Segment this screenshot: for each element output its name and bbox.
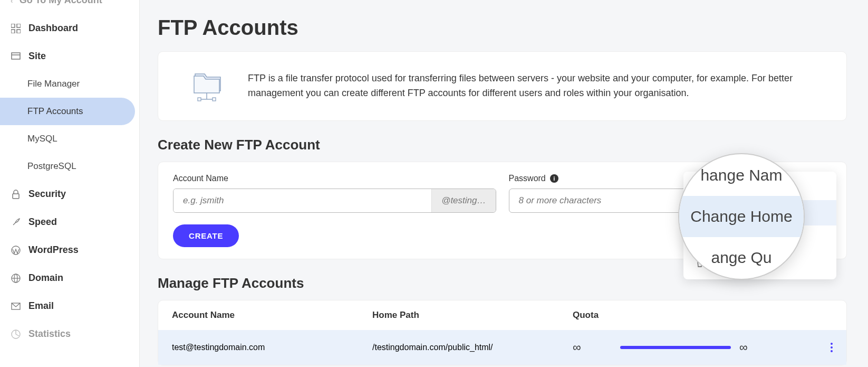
row-account-name: test@testingdomain.com [172, 343, 372, 352]
sidebar-item-label: Security [28, 189, 66, 200]
sidebar-item-email[interactable]: Email [0, 292, 139, 320]
sidebar-item-label: Dashboard [28, 23, 78, 34]
table-header: Account Name Home Path Quota [158, 300, 846, 330]
info-icon[interactable]: i [550, 174, 558, 183]
account-name-label: Account Name [173, 174, 496, 183]
row-home-path: /testingdomain.com/public_html/ [372, 343, 573, 352]
sidebar-sub-mysql[interactable]: MySQL [0, 125, 135, 153]
site-icon [11, 51, 21, 62]
sidebar-item-label: WordPress [28, 244, 79, 256]
sidebar-item-statistics[interactable]: Statistics [0, 320, 139, 348]
sidebar-item-wordpress[interactable]: WordPress [0, 236, 139, 264]
sidebar-item-label: Site [28, 51, 46, 62]
magnifier-overlay: hange Nam Change Home ange Qu [678, 153, 805, 280]
rocket-icon [11, 217, 21, 228]
sidebar-item-label: Domain [28, 272, 63, 284]
intro-card: FTP is a file transfer protocol used for… [158, 51, 847, 121]
sidebar-sub-postgresql[interactable]: PostgreSQL [0, 153, 135, 180]
svg-rect-15 [198, 98, 201, 101]
page-title: FTP Accounts [158, 16, 847, 40]
lock-icon [11, 189, 21, 200]
row-usage-bar: ∞ [620, 341, 812, 354]
col-header-path: Home Path [372, 310, 573, 321]
progress-bar [620, 346, 731, 349]
kebab-icon [831, 343, 833, 352]
col-header-name: Account Name [172, 310, 372, 321]
sidebar-sub-label: MySQL [27, 134, 57, 144]
sidebar-sub-ftp-accounts[interactable]: FTP Accounts [0, 98, 135, 125]
svg-rect-3 [17, 30, 21, 33]
sidebar-item-label: Email [28, 300, 54, 312]
usage-end: ∞ [739, 341, 748, 354]
mail-icon [11, 301, 21, 312]
sidebar-sub-label: File Manager [27, 79, 80, 89]
sidebar-item-label: Speed [28, 217, 57, 228]
sidebar-item-speed[interactable]: Speed [0, 208, 139, 236]
chart-icon [11, 329, 21, 340]
sidebar-sub-label: PostgreSQL [27, 161, 76, 171]
dashboard-icon [11, 23, 21, 34]
main-content: FTP Accounts FTP is a file transfer prot… [140, 0, 868, 367]
create-button[interactable]: CREATE [173, 224, 239, 247]
create-section-title: Create New FTP Account [158, 137, 847, 153]
sidebar-item-dashboard[interactable]: Dashboard [0, 14, 139, 42]
sidebar-item-domain[interactable]: Domain [0, 264, 139, 292]
row-quota: ∞ [573, 341, 620, 354]
svg-rect-0 [11, 24, 15, 27]
intro-text: FTP is a file transfer protocol used for… [248, 71, 827, 101]
back-to-account-link[interactable]: ‹ Go To My Account [0, 0, 139, 14]
sidebar-sub-label: FTP Accounts [27, 106, 83, 116]
sidebar: ‹ Go To My Account Dashboard Site File M… [0, 0, 140, 367]
col-header-quota: Quota [573, 310, 620, 321]
svg-rect-1 [17, 24, 21, 27]
svg-rect-2 [11, 30, 15, 33]
account-name-input[interactable] [173, 189, 431, 212]
wordpress-icon [11, 245, 21, 256]
globe-icon [11, 273, 21, 284]
svg-rect-16 [213, 98, 216, 101]
sidebar-item-site[interactable]: Site [0, 42, 139, 70]
mag-mid: Change Home [679, 196, 804, 237]
account-name-group: @testing… [173, 189, 496, 213]
accounts-table: Account Name Home Path Quota test@testin… [158, 300, 847, 365]
row-actions-menu-button[interactable] [831, 343, 833, 352]
ftp-folder-icon [190, 68, 227, 105]
account-suffix: @testing… [431, 189, 495, 212]
sidebar-item-label: Statistics [28, 328, 71, 340]
svg-rect-6 [13, 194, 19, 199]
sidebar-item-security[interactable]: Security [0, 180, 139, 208]
chevron-left-icon: ‹ [11, 0, 13, 5]
table-row[interactable]: test@testingdomain.com /testingdomain.co… [158, 330, 846, 365]
back-label: Go To My Account [20, 0, 102, 6]
sidebar-sub-file-manager[interactable]: File Manager [0, 70, 135, 98]
mag-top: hange Nam [679, 155, 804, 196]
svg-rect-4 [12, 53, 20, 59]
